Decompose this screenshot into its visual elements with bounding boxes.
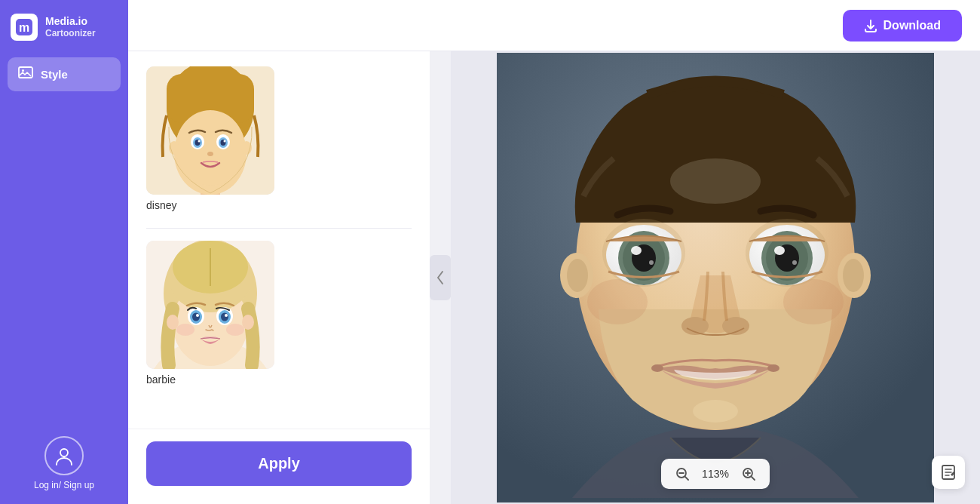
style-panel: disney — [128, 51, 430, 504]
svg-point-35 — [192, 313, 200, 321]
svg-text:m: m — [19, 21, 29, 34]
collapse-button[interactable] — [430, 255, 451, 300]
login-label: Log in/ Sign up — [34, 480, 94, 490]
svg-point-44 — [567, 259, 588, 292]
svg-point-30 — [242, 315, 254, 330]
svg-point-65 — [651, 364, 663, 372]
apply-area: Apply — [128, 429, 430, 504]
sidebar-bottom[interactable]: Log in/ Sign up — [34, 436, 94, 490]
download-label: Download — [884, 19, 941, 32]
svg-point-19 — [207, 152, 213, 156]
svg-point-67 — [693, 400, 738, 423]
svg-point-68 — [670, 158, 761, 204]
app-subtitle: Cartoonizer — [45, 28, 96, 40]
main-content: Download — [128, 0, 980, 504]
svg-point-17 — [198, 140, 201, 143]
download-button[interactable]: Download — [843, 10, 962, 41]
avatar — [44, 436, 84, 475]
svg-point-39 — [176, 324, 194, 336]
preview-area: 113% — [451, 51, 980, 504]
sidebar: m Media.io Cartoonizer Style Log in/ Sig… — [0, 0, 128, 504]
apply-button[interactable]: Apply — [146, 441, 412, 486]
style-item-barbie[interactable]: barbie — [146, 241, 412, 393]
svg-point-38 — [225, 314, 228, 317]
svg-point-61 — [649, 260, 654, 265]
svg-point-4 — [60, 449, 68, 456]
barbie-thumbnail[interactable] — [146, 241, 274, 369]
svg-point-36 — [221, 313, 228, 321]
app-name: Media.io — [45, 15, 96, 28]
zoom-out-button[interactable] — [673, 465, 691, 483]
svg-point-37 — [196, 314, 199, 317]
svg-point-18 — [224, 140, 226, 143]
zoom-controls: 113% — [661, 459, 770, 489]
svg-line-75 — [752, 477, 755, 480]
logo-area: m Media.io Cartoonizer — [0, 0, 128, 54]
zoom-in-button[interactable] — [740, 465, 758, 483]
svg-point-10 — [176, 110, 245, 186]
svg-point-29 — [167, 315, 179, 330]
disney-thumbnail[interactable] — [146, 66, 274, 195]
style-item-disney[interactable]: disney — [146, 66, 412, 219]
logo-text: Media.io Cartoonizer — [45, 15, 96, 39]
note-button[interactable] — [932, 456, 965, 489]
svg-point-59 — [631, 246, 642, 255]
svg-line-71 — [685, 477, 688, 480]
svg-point-62 — [792, 260, 797, 265]
style-list: disney — [128, 51, 430, 429]
collapse-handle[interactable] — [430, 51, 451, 504]
barbie-label: barbie — [146, 373, 412, 386]
svg-point-60 — [774, 246, 785, 255]
logo-icon: m — [11, 14, 38, 41]
disney-label: disney — [146, 199, 412, 211]
svg-point-46 — [843, 259, 864, 292]
zoom-value: 113% — [700, 468, 730, 480]
image-icon — [18, 65, 33, 84]
preview-image — [451, 51, 980, 504]
topbar: Download — [128, 0, 980, 51]
style-nav-label: Style — [41, 68, 68, 81]
svg-point-66 — [767, 364, 779, 372]
content-row: disney — [128, 51, 980, 504]
divider — [146, 228, 412, 229]
svg-point-40 — [226, 324, 244, 336]
svg-point-3 — [22, 69, 24, 72]
sidebar-item-style[interactable]: Style — [8, 57, 121, 91]
